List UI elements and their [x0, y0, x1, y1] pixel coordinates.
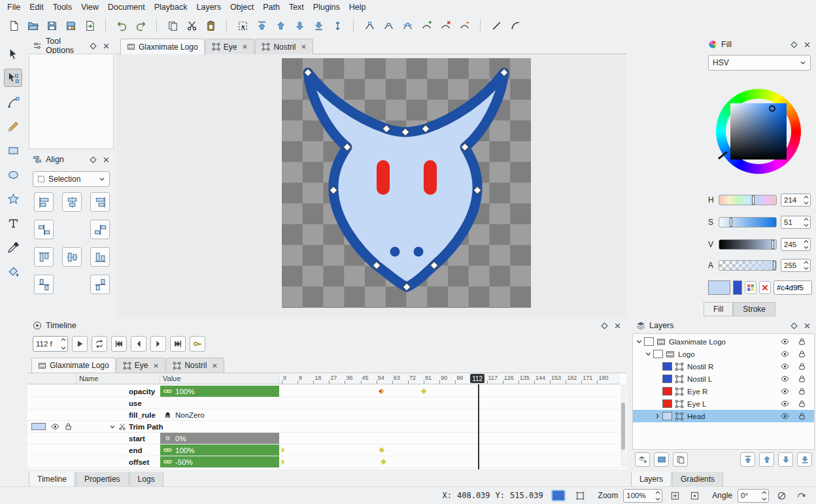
layer-row-glaxnimate-logo[interactable]: Glaxnimate Logo: [633, 335, 814, 348]
hue-spinbox[interactable]: 214: [781, 193, 811, 207]
align-relative-to-select[interactable]: Selection: [33, 171, 110, 187]
visible-icon[interactable]: [781, 362, 789, 371]
fox-logo-drawing[interactable]: [282, 58, 531, 308]
float-panel-button[interactable]: [90, 156, 97, 163]
menu-tools[interactable]: Tools: [48, 1, 76, 14]
open-button[interactable]: [24, 17, 41, 34]
value-slider[interactable]: [719, 239, 777, 250]
layer-color-swatch[interactable]: [662, 375, 672, 383]
tab-nostril[interactable]: Nostril: [255, 39, 313, 54]
spin-up-icon[interactable]: [804, 261, 809, 264]
layer-color-swatch[interactable]: [662, 399, 672, 408]
loop-button[interactable]: [92, 336, 107, 352]
current-frame-badge[interactable]: 112: [470, 374, 484, 383]
delete-node-button[interactable]: [437, 17, 454, 34]
play-button[interactable]: [72, 336, 88, 352]
frame-spinbox[interactable]: 112 f: [33, 336, 68, 352]
keyframe-diamond[interactable]: [379, 447, 384, 453]
first-frame-button[interactable]: [111, 336, 127, 352]
artboard[interactable]: [282, 58, 531, 308]
menu-path[interactable]: Path: [258, 1, 284, 14]
add-node-button[interactable]: [418, 17, 435, 34]
timeline-row-start[interactable]: start 0%: [27, 433, 620, 445]
align-top-button[interactable]: [34, 247, 54, 267]
keyframe-diamond[interactable]: [279, 447, 285, 453]
layer-row-eye-l[interactable]: Eye L: [633, 397, 814, 410]
align-hcenter-button[interactable]: [62, 192, 82, 212]
layer-name[interactable]: Eye R: [687, 388, 707, 395]
close-panel-button[interactable]: [103, 156, 110, 163]
property-value[interactable]: 100%: [160, 386, 279, 397]
timeline-scrollbar[interactable]: [620, 384, 626, 468]
slider-handle[interactable]: [730, 218, 732, 227]
spin-down-icon[interactable]: [61, 346, 66, 350]
menu-playback[interactable]: Playback: [150, 1, 192, 14]
tab-glaxnimate-logo[interactable]: Glaxnimate Logo: [31, 358, 116, 373]
secondary-color-swatch[interactable]: [733, 280, 742, 295]
close-tab-icon[interactable]: [301, 44, 307, 50]
saturation-spinbox[interactable]: 51: [781, 216, 811, 229]
undo-button[interactable]: [113, 17, 130, 34]
flip-view-button[interactable]: [794, 489, 808, 502]
align-outside-left-button[interactable]: [34, 220, 54, 239]
color-picker-tool[interactable]: [4, 238, 22, 256]
spin-up-icon[interactable]: [762, 491, 767, 494]
expander-icon[interactable]: [109, 424, 116, 430]
ellipse-tool[interactable]: [4, 165, 22, 184]
lock-icon[interactable]: [64, 422, 73, 431]
layer-color-swatch[interactable]: [662, 412, 672, 420]
property-value[interactable]: -50%: [160, 456, 279, 467]
new-composition-button[interactable]: [654, 452, 669, 467]
close-panel-button[interactable]: [614, 322, 621, 329]
layer-color-swatch[interactable]: [662, 362, 672, 371]
tab-timeline[interactable]: Timeline: [29, 472, 75, 487]
redo-button[interactable]: [132, 17, 149, 34]
layer-row-head[interactable]: Head: [633, 410, 814, 422]
new-document-button[interactable]: [5, 17, 22, 34]
tab-logs[interactable]: Logs: [129, 472, 163, 487]
layer-name[interactable]: Nostil L: [687, 375, 712, 383]
edit-nodes-tool[interactable]: [4, 69, 22, 87]
align-right-button[interactable]: [90, 192, 110, 212]
freehand-tool[interactable]: [4, 117, 22, 135]
lock-icon[interactable]: [798, 362, 806, 371]
menu-object[interactable]: Object: [226, 1, 258, 14]
dissolve-node-button[interactable]: [456, 17, 473, 34]
menu-layers[interactable]: Layers: [192, 1, 226, 14]
select-all-button[interactable]: [234, 17, 251, 34]
tab-eye[interactable]: Eye: [116, 358, 166, 373]
active-color-indicator[interactable]: [551, 490, 566, 501]
close-panel-button[interactable]: [804, 41, 811, 48]
zoom-original-button[interactable]: [687, 489, 702, 502]
clear-color-button[interactable]: [759, 281, 771, 294]
arrange-button[interactable]: [329, 17, 346, 34]
menu-file[interactable]: File: [3, 1, 25, 14]
align-outside-bottom-button[interactable]: [90, 275, 110, 294]
playhead[interactable]: [478, 384, 479, 469]
node-corner-button[interactable]: [361, 17, 378, 34]
visible-icon[interactable]: [781, 337, 789, 346]
visible-icon[interactable]: [781, 350, 789, 358]
saturation-slider[interactable]: [719, 217, 777, 227]
reset-rotation-button[interactable]: [774, 489, 789, 502]
align-left-button[interactable]: [34, 192, 54, 212]
timeline-row-fill-rule[interactable]: fill_rule NonZero: [27, 409, 620, 421]
spin-down-icon[interactable]: [762, 497, 767, 501]
menu-document[interactable]: Document: [103, 1, 150, 14]
slider-handle[interactable]: [752, 195, 755, 205]
close-panel-button[interactable]: [804, 322, 811, 329]
align-bottom-button[interactable]: [90, 247, 110, 267]
keyframe-diamond[interactable]: [379, 388, 384, 394]
layer-row-nostil-l[interactable]: Nostil L: [633, 373, 814, 385]
layer-color-swatch[interactable]: [662, 387, 672, 395]
layer-name[interactable]: Nostil R: [687, 363, 713, 371]
select-tool[interactable]: [4, 44, 22, 63]
record-keyframe-button[interactable]: [190, 336, 205, 352]
close-tab-icon[interactable]: [242, 44, 248, 50]
property-value[interactable]: 0%: [160, 433, 279, 444]
property-value[interactable]: 100%: [160, 445, 279, 456]
menu-plugins[interactable]: Plugins: [309, 1, 345, 14]
tab-properties[interactable]: Properties: [76, 472, 129, 487]
property-value[interactable]: NonZero: [160, 409, 279, 420]
layer-name[interactable]: Logo: [678, 350, 695, 358]
